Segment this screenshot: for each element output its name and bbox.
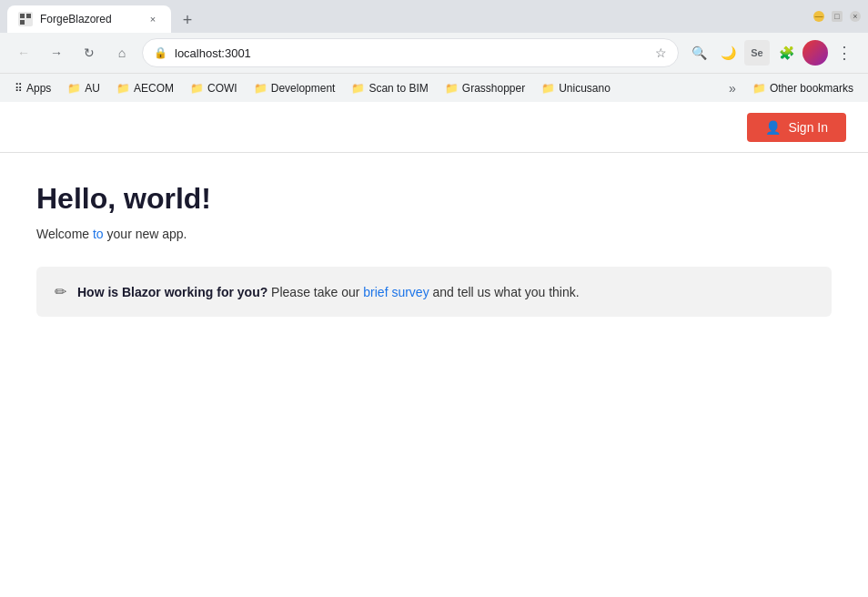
- selenium-button[interactable]: Se: [744, 40, 770, 66]
- survey-banner: ✏ How is Blazor working for you? Please …: [36, 267, 832, 317]
- tab-favicon: [18, 12, 33, 26]
- bookmark-unicusano-label: Unicusano: [559, 82, 611, 95]
- refresh-button[interactable]: ↻: [76, 40, 102, 66]
- browser-toolbar: ← → ↻ ⌂ 🔒 localhost:3001 ☆ 🔍 🌙 Se 🧩 ⋮: [0, 33, 868, 73]
- lock-icon: 🔒: [154, 46, 167, 59]
- person-icon: 👤: [765, 120, 781, 135]
- bookmark-au-label: AU: [85, 82, 100, 95]
- tab-close-button[interactable]: ×: [146, 12, 160, 26]
- bookmark-unicusano[interactable]: 📁 Unicusano: [534, 80, 618, 96]
- toolbar-right-icons: 🔍 🌙 Se 🧩 ⋮: [686, 40, 857, 66]
- subtext-suffix: your new app.: [104, 227, 187, 241]
- scan-to-bim-folder-icon: 📁: [351, 82, 365, 95]
- other-bookmarks-item[interactable]: 📁 Other bookmarks: [745, 80, 861, 96]
- tab-bar: ForgeBlazored × +: [7, 0, 802, 33]
- aecom-folder-icon: 📁: [116, 82, 130, 95]
- survey-text: How is Blazor working for you? Please ta…: [77, 285, 580, 299]
- profile-avatar[interactable]: [802, 40, 828, 66]
- sign-in-button[interactable]: 👤 Sign In: [747, 113, 846, 142]
- browser-window: ForgeBlazored × + — □ × ← → ↻: [0, 0, 868, 597]
- address-bar[interactable]: 🔒 localhost:3001 ☆: [142, 38, 679, 67]
- svg-rect-3: [20, 20, 25, 25]
- new-tab-button[interactable]: +: [175, 7, 200, 33]
- other-bookmarks-label: Other bookmarks: [770, 82, 853, 95]
- title-bar: ForgeBlazored × + — □ ×: [0, 0, 868, 33]
- maximize-button[interactable]: □: [832, 11, 843, 22]
- grasshopper-folder-icon: 📁: [445, 82, 459, 95]
- page-heading: Hello, world!: [36, 182, 832, 216]
- bookmark-development[interactable]: 📁 Development: [247, 80, 343, 96]
- minimize-button[interactable]: —: [813, 11, 824, 22]
- close-button[interactable]: ×: [850, 11, 861, 22]
- bookmark-grasshopper-label: Grasshopper: [462, 82, 525, 95]
- back-button[interactable]: ←: [11, 40, 36, 66]
- bookmark-scan-to-bim-label: Scan to BIM: [368, 82, 428, 95]
- page-header: 👤 Sign In: [0, 102, 868, 153]
- pencil-icon: ✏: [55, 283, 66, 300]
- search-button[interactable]: 🔍: [686, 40, 712, 66]
- page-body: Hello, world! Welcome to your new app. ✏…: [0, 153, 868, 346]
- address-text: localhost:3001: [175, 46, 648, 60]
- star-icon[interactable]: ☆: [655, 46, 667, 60]
- bookmark-cowi-label: COWI: [207, 82, 237, 95]
- bookmark-aecom-label: AECOM: [134, 82, 174, 95]
- svg-rect-2: [26, 14, 31, 18]
- moon-button[interactable]: 🌙: [715, 40, 741, 66]
- more-bookmarks-button[interactable]: »: [722, 77, 743, 99]
- subtext-link[interactable]: to: [93, 227, 104, 241]
- bookmark-scan-to-bim[interactable]: 📁 Scan to BIM: [344, 80, 435, 96]
- window-controls: — □ ×: [813, 11, 861, 22]
- active-tab[interactable]: ForgeBlazored ×: [7, 5, 171, 33]
- bookmark-aecom[interactable]: 📁 AECOM: [109, 80, 181, 96]
- survey-text-after-link: and tell us what you think.: [429, 285, 580, 299]
- sign-in-label: Sign In: [788, 120, 828, 135]
- bookmark-development-label: Development: [271, 82, 336, 95]
- forward-button[interactable]: →: [44, 40, 69, 66]
- bookmark-cowi[interactable]: 📁 COWI: [183, 80, 245, 96]
- survey-text-before-link: Please take our: [267, 285, 363, 299]
- tab-title-text: ForgeBlazored: [40, 13, 138, 25]
- development-folder-icon: 📁: [254, 82, 267, 95]
- bookmark-apps[interactable]: ⠿ Apps: [7, 80, 58, 96]
- bookmark-grasshopper[interactable]: 📁 Grasshopper: [438, 80, 532, 96]
- au-folder-icon: 📁: [67, 82, 81, 95]
- page-subtext: Welcome to your new app.: [36, 227, 832, 241]
- unicusano-folder-icon: 📁: [541, 82, 555, 95]
- bookmark-apps-label: Apps: [26, 82, 51, 95]
- home-button[interactable]: ⌂: [109, 40, 135, 66]
- page-content: 👤 Sign In Hello, world! Welcome to your …: [0, 102, 868, 597]
- cowi-folder-icon: 📁: [190, 82, 204, 95]
- survey-bold-text: How is Blazor working for you?: [77, 285, 267, 299]
- bookmark-au[interactable]: 📁 AU: [60, 80, 107, 96]
- svg-rect-1: [20, 14, 25, 18]
- subtext-prefix: Welcome: [36, 227, 93, 241]
- survey-link[interactable]: brief survey: [363, 285, 429, 299]
- apps-grid-icon: ⠿: [15, 82, 23, 95]
- extensions-button[interactable]: 🧩: [773, 40, 799, 66]
- menu-button[interactable]: ⋮: [832, 40, 857, 66]
- bookmarks-bar: ⠿ Apps 📁 AU 📁 AECOM 📁 COWI 📁 Development…: [0, 73, 868, 102]
- other-bookmarks-folder-icon: 📁: [752, 82, 766, 95]
